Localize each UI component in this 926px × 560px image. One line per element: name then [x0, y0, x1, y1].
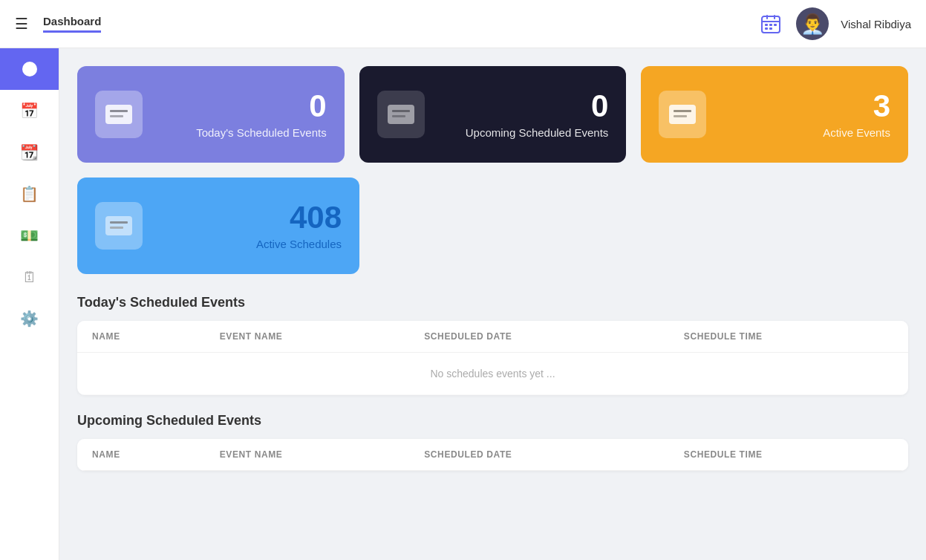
col-name-2: NAME: [77, 439, 205, 471]
todays-events-table-container: NAME EVENT NAME SCHEDULED DATE SCHEDULE …: [77, 321, 908, 395]
sidebar-item-event[interactable]: 📋: [0, 173, 59, 215]
upcoming-events-label: Upcoming Scheduled Events: [440, 126, 609, 139]
col-scheduled-date-2: SCHEDULED DATE: [409, 439, 669, 471]
card-content-active: 3 Active Events: [721, 91, 890, 139]
card-content-schedules: 408 Active Schedules: [157, 202, 342, 250]
page-title: Dashboard: [43, 15, 101, 33]
main-content: 0 Today's Scheduled Events 0 Upcoming Sc…: [59, 48, 926, 560]
col-event-name-1: EVENT NAME: [205, 321, 410, 353]
svg-rect-6: [774, 24, 777, 26]
upcoming-events-number: 0: [440, 91, 609, 122]
svg-rect-4: [765, 24, 768, 26]
card-icon-today: [95, 91, 143, 138]
spacer: [374, 178, 908, 274]
active-schedules-label: Active Schedules: [157, 238, 342, 250]
card-icon-upcoming: [377, 91, 425, 138]
upcoming-table-header-row: NAME EVENT NAME SCHEDULED DATE SCHEDULE …: [77, 439, 908, 471]
sidebar-item-calendar2[interactable]: 📆: [0, 131, 59, 173]
todays-table-header: NAME EVENT NAME SCHEDULED DATE SCHEDULE …: [77, 321, 908, 353]
calendar2-icon: 📆: [20, 143, 39, 161]
card-today-events: 0 Today's Scheduled Events: [77, 66, 345, 163]
money-icon: 💵: [20, 227, 39, 244]
calendar-icon[interactable]: [757, 10, 784, 37]
sidebar-item-money[interactable]: 💵: [0, 215, 59, 256]
upcoming-events-table-container: NAME EVENT NAME SCHEDULED DATE SCHEDULE …: [77, 439, 908, 471]
sidebar-item-home[interactable]: [0, 48, 59, 90]
event-icon: 📋: [20, 185, 39, 203]
avatar[interactable]: 👨‍💼: [796, 7, 829, 40]
col-name-1: NAME: [77, 321, 205, 353]
upcoming-table-header: NAME EVENT NAME SCHEDULED DATE SCHEDULE …: [77, 439, 908, 471]
card-icon-active: [659, 91, 706, 138]
calendar1-icon: 📅: [20, 102, 39, 120]
cards-row-2: 408 Active Schedules: [77, 178, 908, 274]
svg-rect-2: [766, 15, 768, 19]
sidebar-item-calendar1[interactable]: 📅: [0, 90, 59, 131]
upcoming-events-table: NAME EVENT NAME SCHEDULED DATE SCHEDULE …: [77, 439, 908, 471]
today-events-label: Today's Scheduled Events: [157, 126, 327, 139]
svg-rect-3: [774, 15, 775, 19]
today-events-number: 0: [157, 91, 327, 122]
col-event-name-2: EVENT NAME: [205, 439, 410, 471]
topnav: ☰ Dashboard 👨‍💼 Vishal Ribdiya: [0, 0, 926, 48]
topnav-right: 👨‍💼 Vishal Ribdiya: [757, 7, 911, 40]
sidebar: 📅 📆 📋 💵 🗓 ⚙️: [0, 0, 59, 560]
svg-rect-7: [765, 27, 768, 30]
todays-empty-row: No schedules events yet ...: [77, 353, 908, 395]
card-active-events: 3 Active Events: [641, 66, 908, 163]
svg-rect-5: [769, 24, 772, 26]
schedule-icon: 🗓: [22, 269, 37, 286]
todays-table-body: No schedules events yet ...: [77, 353, 908, 395]
card-upcoming-events: 0 Upcoming Scheduled Events: [359, 66, 627, 163]
todays-empty-message: No schedules events yet ...: [77, 353, 908, 395]
cards-row-1: 0 Today's Scheduled Events 0 Upcoming Sc…: [77, 66, 908, 163]
card-active-schedules: 408 Active Schedules: [77, 178, 359, 274]
svg-rect-8: [769, 27, 772, 30]
upcoming-events-title: Upcoming Scheduled Events: [77, 413, 908, 429]
card-content-upcoming: 0 Upcoming Scheduled Events: [440, 91, 609, 139]
active-events-label: Active Events: [721, 126, 890, 139]
active-events-number: 3: [721, 91, 890, 122]
sidebar-item-settings[interactable]: ⚙️: [0, 298, 59, 339]
todays-table-header-row: NAME EVENT NAME SCHEDULED DATE SCHEDULE …: [77, 321, 908, 353]
username-label: Vishal Ribdiya: [841, 18, 911, 30]
col-scheduled-date-1: SCHEDULED DATE: [409, 321, 669, 353]
col-schedule-time-1: SCHEDULE TIME: [669, 321, 908, 353]
active-schedules-number: 408: [157, 202, 342, 233]
card-icon-schedules: [95, 202, 143, 250]
sidebar-item-schedule[interactable]: 🗓: [0, 256, 59, 298]
col-schedule-time-2: SCHEDULE TIME: [669, 439, 908, 471]
home-icon: [22, 62, 37, 76]
todays-events-table: NAME EVENT NAME SCHEDULED DATE SCHEDULE …: [77, 321, 908, 395]
svg-rect-1: [762, 21, 780, 22]
todays-events-title: Today's Scheduled Events: [77, 295, 908, 310]
menu-icon[interactable]: ☰: [15, 15, 28, 33]
settings-icon: ⚙️: [20, 310, 39, 328]
card-content-today: 0 Today's Scheduled Events: [157, 91, 327, 139]
